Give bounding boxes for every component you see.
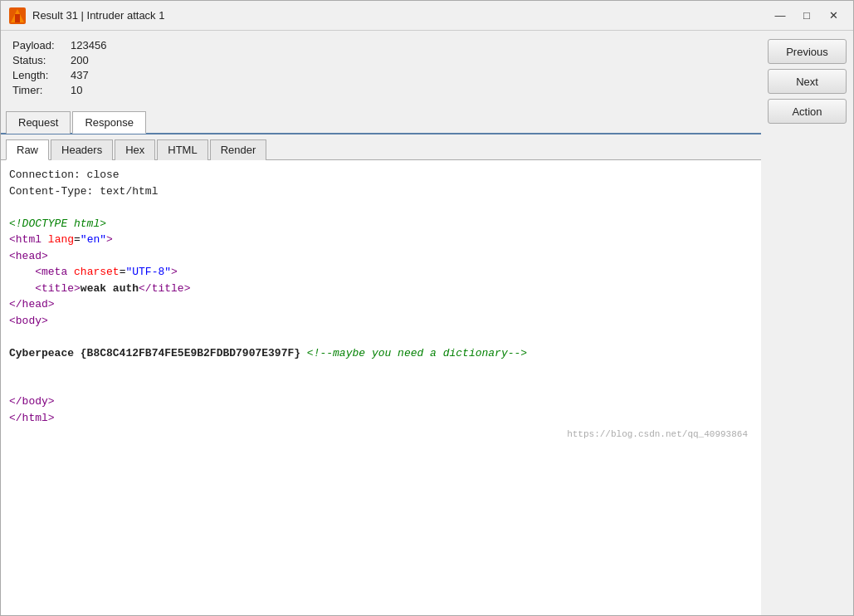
svg-rect-2: [15, 14, 20, 22]
content-area: Payload: 123456 Status: 200 Length: 437 …: [1, 31, 853, 615]
next-button[interactable]: Next: [768, 69, 847, 94]
status-label: Status:: [12, 54, 71, 66]
code-blank2: [9, 329, 753, 345]
tab-request[interactable]: Request: [6, 111, 71, 134]
tab-render[interactable]: Render: [210, 139, 267, 160]
minimize-button[interactable]: —: [769, 7, 792, 25]
tab-response[interactable]: Response: [72, 111, 146, 134]
payload-value: 123456: [71, 39, 106, 51]
code-title: <title>weak auth</title>: [9, 281, 753, 297]
previous-button[interactable]: Previous: [768, 39, 847, 64]
tab-hex[interactable]: Hex: [115, 139, 155, 160]
outer-tab-bar: Request Response: [1, 105, 761, 134]
status-value: 200: [71, 54, 89, 66]
code-html-open: <html lang="en">: [9, 232, 753, 248]
maximize-button[interactable]: □: [795, 7, 818, 25]
timer-label: Timer:: [12, 84, 71, 96]
main-panel: Payload: 123456 Status: 200 Length: 437 …: [1, 31, 761, 615]
status-row: Status: 200: [12, 54, 749, 66]
window-title: Result 31 | Intruder attack 1: [32, 9, 164, 22]
app-icon: [9, 7, 26, 24]
code-meta: <meta charset="UTF-8">: [9, 264, 753, 281]
main-window: Result 31 | Intruder attack 1 — □ ✕ Payl…: [0, 0, 854, 616]
code-body-close: </body>: [9, 394, 753, 410]
timer-value: 10: [71, 84, 82, 96]
tab-headers[interactable]: Headers: [51, 139, 113, 160]
tab-html[interactable]: HTML: [157, 139, 207, 160]
length-row: Length: 437: [12, 69, 749, 81]
code-area: Connection: close Content-Type: text/htm…: [1, 160, 761, 615]
tabs-section: Request Response Raw Headers Hex HTML Re…: [1, 105, 761, 615]
code-line-1: Connection: close: [9, 167, 753, 183]
tab-raw[interactable]: Raw: [6, 139, 49, 160]
code-line-2: Content-Type: text/html: [9, 183, 753, 200]
code-blank3: [9, 361, 753, 378]
code-head-open: <head>: [9, 248, 753, 265]
length-value: 437: [71, 69, 89, 81]
title-bar-left: Result 31 | Intruder attack 1: [9, 7, 164, 24]
code-html-close: </html>: [9, 410, 753, 427]
payload-label: Payload:: [12, 39, 71, 51]
watermark: https://blog.csdn.net/qq_40993864: [9, 426, 753, 443]
code-head-close: </head>: [9, 296, 753, 313]
timer-row: Timer: 10: [12, 84, 749, 96]
code-line-blank: [9, 199, 753, 216]
length-label: Length:: [12, 69, 71, 81]
info-section: Payload: 123456 Status: 200 Length: 437 …: [1, 31, 761, 105]
payload-row: Payload: 123456: [12, 39, 749, 51]
inner-tab-bar: Raw Headers Hex HTML Render: [1, 134, 761, 160]
code-cyberpeace: Cyberpeace {B8C8C412FB74FE5E9B2FDBD7907E…: [9, 345, 753, 362]
action-button[interactable]: Action: [768, 99, 847, 124]
code-blank4: [9, 378, 753, 394]
title-bar: Result 31 | Intruder attack 1 — □ ✕: [1, 1, 853, 31]
code-body-open: <body>: [9, 313, 753, 330]
side-panel: Previous Next Action: [761, 31, 853, 615]
close-button[interactable]: ✕: [822, 7, 845, 25]
title-bar-controls: — □ ✕: [769, 7, 845, 25]
code-doctype: <!DOCTYPE html>: [9, 216, 753, 232]
